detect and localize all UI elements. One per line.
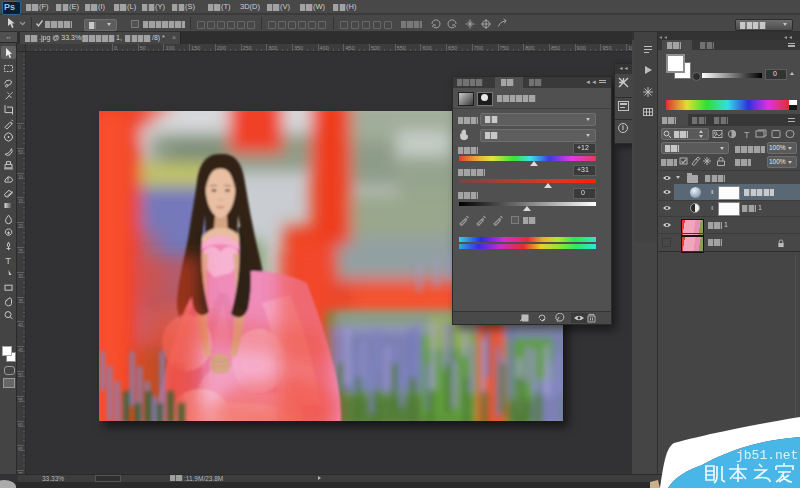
svg-text:T: T [5,255,11,266]
svg-text:jb51.net: jb51.net [736,448,798,463]
svg-text:T: T [744,130,750,140]
